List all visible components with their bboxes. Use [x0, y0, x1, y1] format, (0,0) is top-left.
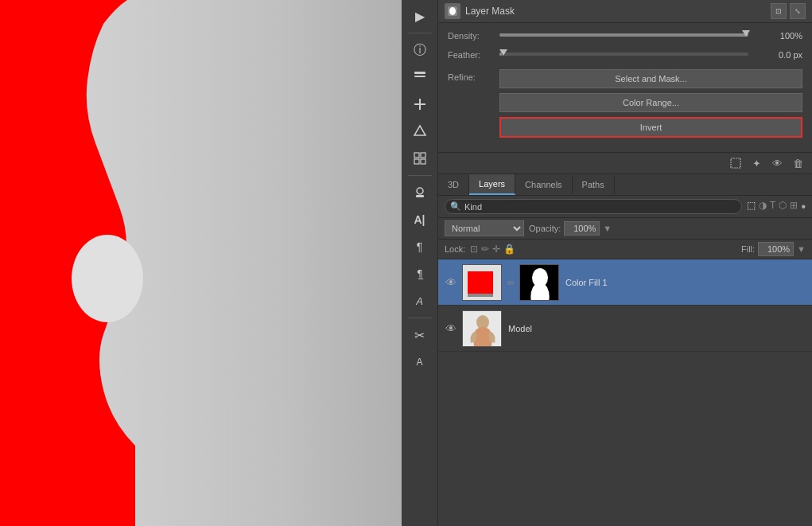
tab-layers[interactable]: Layers [469, 174, 515, 195]
opacity-input[interactable] [564, 221, 600, 236]
smudge-icon[interactable] [407, 92, 433, 117]
fill-label: Fill: [741, 244, 755, 254]
fill-row: Fill: ▼ [741, 242, 806, 256]
density-label: Density: [448, 31, 499, 41]
lock-move-icon[interactable]: ✛ [492, 244, 500, 255]
font-alt-icon[interactable]: A [407, 288, 433, 314]
lock-icons: ⊡ ✏ ✛ 🔒 [470, 244, 515, 255]
scissors-icon[interactable]: ✂ [407, 322, 433, 348]
info-icon[interactable]: ⓘ [407, 37, 433, 63]
type-icon[interactable]: T [770, 200, 775, 214]
delete-icon[interactable]: 🗑 [790, 155, 806, 171]
tab-3d[interactable]: 3D [438, 175, 469, 194]
kind-search-row: 🔍 ⬚ ◑ T ⬡ ⊞ • [438, 196, 812, 218]
separator-1 [408, 33, 432, 33]
lock-row: Lock: ⊡ ✏ ✛ 🔒 Fill: ▼ [438, 240, 812, 259]
lock-label: Lock: [445, 244, 465, 254]
density-value: 100% [755, 31, 802, 41]
layers-icons-row: ✦ 👁 🗑 [438, 153, 812, 174]
density-row: Density: 100% [448, 31, 802, 41]
density-slider-container [499, 33, 748, 38]
invert-button[interactable]: Invert [499, 117, 802, 138]
opacity-row: Opacity: ▼ [529, 221, 612, 236]
right-panel: Layer Mask ⊡ ⤡ Density: 100% [438, 0, 812, 526]
opacity-label: Opacity: [529, 224, 561, 233]
svg-rect-9 [414, 159, 419, 164]
kind-input[interactable] [464, 202, 496, 212]
lock-pixel-icon[interactable]: ⊡ [470, 244, 478, 255]
props-content: Density: 100% Feather: [438, 23, 812, 152]
layer-mask-thumb [519, 264, 559, 301]
paragraph-icon[interactable]: ¶ [407, 234, 433, 259]
color-range-button[interactable]: Color Range... [499, 93, 802, 112]
opacity-arrow[interactable]: ▼ [603, 224, 612, 233]
paragraph-alt-icon[interactable]: ¶̲ [407, 261, 433, 286]
refine-buttons: Select and Mask... Color Range... Invert [499, 69, 802, 138]
svg-rect-7 [414, 153, 419, 158]
canvas-area [0, 0, 402, 526]
svg-marker-6 [414, 126, 425, 135]
refine-label: Refine: [448, 69, 499, 82]
select-mask-button[interactable]: Select and Mask... [499, 69, 802, 88]
svg-rect-18 [468, 294, 493, 297]
feather-label: Feather: [448, 50, 499, 60]
feather-slider-container [499, 53, 748, 57]
fill-arrow[interactable]: ▼ [797, 244, 806, 254]
properties-panel: Layer Mask ⊡ ⤡ Density: 100% [438, 0, 812, 153]
layer-list: 👁 ∞ Col [438, 259, 812, 526]
dot-icon[interactable]: • [801, 200, 806, 214]
lock-all-icon[interactable]: 🔒 [503, 244, 515, 255]
layer-item-model[interactable]: 👁 Model [438, 306, 812, 352]
panel-menu-btn[interactable]: ⊡ [771, 3, 787, 19]
blend-row: Normal Opacity: ▼ [438, 218, 812, 240]
adjustment-icon[interactable]: ◑ [759, 200, 767, 214]
layer-eye-color-fill[interactable]: 👁 [443, 276, 459, 289]
shape-icon[interactable]: ⬡ [779, 200, 787, 214]
svg-point-14 [449, 7, 456, 15]
svg-rect-2 [414, 72, 425, 74]
feather-row: Feather: 0.0 px [448, 50, 802, 60]
text-icon[interactable]: A| [407, 207, 433, 232]
toolbar: ▶ ⓘ A| ¶ ¶̲ A ✂ A [402, 0, 438, 526]
layer-name-model: Model [505, 324, 807, 333]
panel-header: Layer Mask ⊡ ⤡ [438, 0, 812, 23]
feather-slider[interactable] [499, 53, 748, 56]
density-slider[interactable] [499, 33, 748, 37]
bucket-icon[interactable] [407, 119, 433, 144]
kind-search[interactable]: 🔍 [445, 199, 742, 214]
eye-icon[interactable]: 👁 [769, 155, 785, 171]
new-group-icon[interactable] [728, 155, 744, 171]
tab-channels[interactable]: Channels [515, 175, 572, 194]
tab-paths[interactable]: Paths [573, 175, 615, 194]
layer-name-color-fill: Color Fill 1 [562, 278, 807, 287]
fx-icon[interactable]: ✦ [748, 155, 764, 171]
svg-rect-8 [421, 153, 425, 158]
stamp-icon[interactable] [407, 180, 433, 205]
blend-mode-select[interactable]: Normal [445, 220, 524, 236]
panel-header-left: Layer Mask [445, 3, 515, 19]
brush-alt-icon[interactable] [407, 64, 433, 90]
lock-brush-icon[interactable]: ✏ [481, 244, 489, 255]
separator-3 [408, 318, 432, 318]
smart-icon[interactable]: ⊞ [790, 200, 798, 214]
mask-icon [445, 3, 460, 19]
panel-expand-btn[interactable]: ⤡ [790, 3, 806, 19]
layer-item-color-fill[interactable]: 👁 ∞ Col [438, 259, 812, 306]
svg-rect-15 [731, 158, 740, 168]
svg-rect-12 [416, 195, 424, 197]
separator-2 [408, 175, 432, 176]
svg-point-1 [72, 235, 143, 322]
layer-eye-model[interactable]: 👁 [443, 322, 459, 335]
layer-thumb-color-fill [462, 264, 502, 301]
play-icon[interactable]: ▶ [407, 3, 433, 29]
feather-value: 0.0 px [755, 50, 802, 60]
grid-icon[interactable] [407, 146, 433, 171]
kind-icons: ⬚ ◑ T ⬡ ⊞ • [747, 200, 806, 214]
layers-panel: ✦ 👁 🗑 3D Layers Channels Paths 🔍 ⬚ ◑ T ⬡… [438, 153, 812, 526]
svg-rect-10 [421, 159, 425, 164]
font-icon[interactable]: A [407, 349, 433, 375]
pixel-icon[interactable]: ⬚ [747, 200, 756, 214]
svg-rect-17 [468, 271, 493, 294]
fill-input[interactable] [758, 242, 794, 256]
layers-tabs: 3D Layers Channels Paths [438, 174, 812, 196]
